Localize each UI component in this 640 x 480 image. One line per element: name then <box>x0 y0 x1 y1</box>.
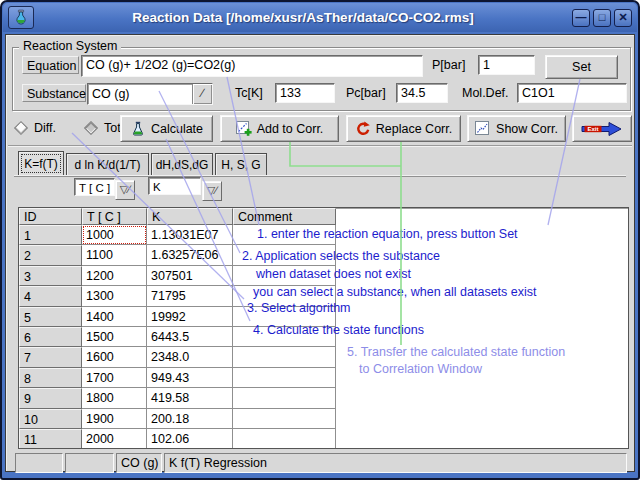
row-header-cell[interactable]: 7 <box>19 347 82 367</box>
radio-diff-label: Diff. <box>34 121 56 135</box>
tab-dlnk-d1t[interactable]: d ln K/d(1/T) <box>66 153 149 175</box>
column-header-t[interactable]: T [ C ] <box>82 208 147 225</box>
grid-cell[interactable]: 1300 <box>82 286 147 306</box>
calculate-button[interactable]: Calculate <box>120 115 213 142</box>
row-header-cell[interactable]: 11 <box>19 429 82 449</box>
replace-refresh-icon <box>355 121 371 137</box>
column-header-id[interactable]: ID <box>19 208 82 225</box>
grid-cell[interactable]: 6443.5 <box>147 327 233 347</box>
radio-diff[interactable]: Diff. <box>16 120 56 136</box>
client-area: Reaction System Equation CO (g)+ 1/2O2 (… <box>5 34 635 472</box>
statusbar-substance: CO (g) <box>116 453 162 473</box>
equation-label: Equation <box>22 56 79 74</box>
calculate-button-label: Calculate <box>151 122 203 136</box>
toolbar-separator <box>8 145 632 147</box>
grid-cell[interactable]: 1.13031E07 <box>147 225 233 245</box>
column-header-comment[interactable]: Comment <box>233 208 336 225</box>
maximize-button[interactable]: □ <box>593 9 611 27</box>
row-header-cell[interactable]: 6 <box>19 327 82 347</box>
statusbar-cell-2 <box>65 453 114 473</box>
grid-cell[interactable]: 419.58 <box>147 388 233 408</box>
row-header-cell[interactable]: 10 <box>19 409 82 429</box>
dropdown-arrow-icon: ▽∕ <box>207 184 217 196</box>
grid-cell[interactable]: 1800 <box>82 388 147 408</box>
grid-cell[interactable]: 1200 <box>82 266 147 286</box>
grid-cell[interactable]: 2348.0 <box>147 347 233 367</box>
calculate-flask-icon <box>130 121 146 137</box>
grid-cell[interactable]: 71795 <box>147 286 233 306</box>
y-column-dropdown[interactable]: ▽∕ <box>202 181 222 201</box>
grid-cell[interactable] <box>233 429 336 449</box>
tab-k-ft[interactable]: K=f(T) <box>18 151 64 175</box>
row-header-cell[interactable]: 5 <box>19 307 82 327</box>
row-header-cell[interactable]: 8 <box>19 368 82 388</box>
set-button[interactable]: Set <box>545 55 618 79</box>
grid-cell[interactable] <box>233 388 336 408</box>
table-row: 91800419.58 <box>19 388 628 408</box>
grid-cell[interactable] <box>233 368 336 388</box>
grid-cell[interactable]: 102.06 <box>147 429 233 449</box>
row-header-cell[interactable]: 2 <box>19 245 82 265</box>
tab-label: d ln K/d(1/T) <box>74 158 140 172</box>
grid-cell[interactable] <box>233 409 336 429</box>
pc-input[interactable]: 34.5 <box>396 83 448 103</box>
maximize-icon: □ <box>599 11 606 23</box>
grid-cell[interactable]: 2000 <box>82 429 147 449</box>
statusbar-cell-1 <box>15 453 63 473</box>
close-icon: ✕ <box>618 11 627 23</box>
pc-label: Pc[bar] <box>344 84 388 102</box>
show-chart-icon <box>475 121 491 137</box>
app-menu-button[interactable] <box>8 6 34 29</box>
tab-dh-ds-dg[interactable]: dH,dS,dG <box>151 153 213 175</box>
grid-cell[interactable] <box>233 347 336 367</box>
grid-cell[interactable]: 1600 <box>82 347 147 367</box>
grid-cell[interactable]: 1500 <box>82 327 147 347</box>
add-to-corr-button[interactable]: Add to Corr. <box>220 115 339 142</box>
close-button[interactable]: ✕ <box>614 9 632 27</box>
grid-cell[interactable]: 1.63257E06 <box>147 245 233 265</box>
row-header-cell[interactable]: 3 <box>19 266 82 286</box>
substance-label: Substance <box>22 84 86 102</box>
row-header-cell[interactable]: 1 <box>19 225 82 245</box>
annotation-2: 2. Application selects the substance <box>242 249 440 263</box>
row-header-cell[interactable]: 4 <box>19 286 82 306</box>
tab-baseline <box>14 175 626 177</box>
pressure-input[interactable]: 1 <box>478 55 535 75</box>
equation-input[interactable]: CO (g)+ 1/2O2 (g)=CO2(g) <box>81 55 423 77</box>
tab-label: H, S, G <box>221 158 260 172</box>
table-row: 101900200.18 <box>19 409 628 429</box>
replace-corr-button[interactable]: Replace Corr. <box>346 115 461 142</box>
grid-cell[interactable]: 1100 <box>82 245 147 265</box>
tab-label: dH,dS,dG <box>156 158 209 172</box>
annotation-3: 3. Select algorithm <box>247 301 351 315</box>
annotation-1: 1. enter the reaction equation, press bu… <box>257 227 518 241</box>
row-header-cell[interactable]: 9 <box>19 388 82 408</box>
show-corr-button[interactable]: Show Corr. <box>467 115 566 142</box>
y-column-select[interactable]: K <box>148 177 201 195</box>
grid-cell[interactable]: 307501 <box>147 266 233 286</box>
substance-combo[interactable]: CO (g) ∕ <box>87 83 213 105</box>
grid-cell[interactable]: 200.18 <box>147 409 233 429</box>
annotation-2-line2: when dataset does not exist <box>256 267 411 281</box>
grid-cell[interactable]: 1000 <box>82 225 147 245</box>
grid-cell[interactable]: 1700 <box>82 368 147 388</box>
column-header-k[interactable]: K <box>147 208 233 225</box>
x-column-select[interactable]: T [ C ] <box>74 178 115 196</box>
grid-cell[interactable]: 949.43 <box>147 368 233 388</box>
exit-button[interactable]: Exit <box>572 115 632 142</box>
grid-cell[interactable]: 1900 <box>82 409 147 429</box>
grid-cell[interactable]: 1400 <box>82 307 147 327</box>
tc-input[interactable]: 133 <box>275 83 335 103</box>
radio-diamond-icon <box>14 121 28 135</box>
window-controls: — □ ✕ <box>572 9 632 27</box>
grid-cell[interactable]: 19992 <box>147 307 233 327</box>
minimize-button[interactable]: — <box>572 9 590 27</box>
titlebar[interactable]: Reaction Data [/home/xusr/AsTher/data/CO… <box>3 3 637 32</box>
x-column-dropdown[interactable]: ▽∕ <box>115 180 135 200</box>
exit-arrow-icon: Exit <box>581 121 623 137</box>
dropdown-arrow-icon[interactable]: ∕ <box>192 84 212 104</box>
moldef-input[interactable]: C1O1 <box>517 83 627 103</box>
tab-h-s-g[interactable]: H, S, G <box>215 153 267 175</box>
annotation-5-line2: to Correlation Window <box>359 362 482 376</box>
exit-label: Exit <box>587 126 598 132</box>
